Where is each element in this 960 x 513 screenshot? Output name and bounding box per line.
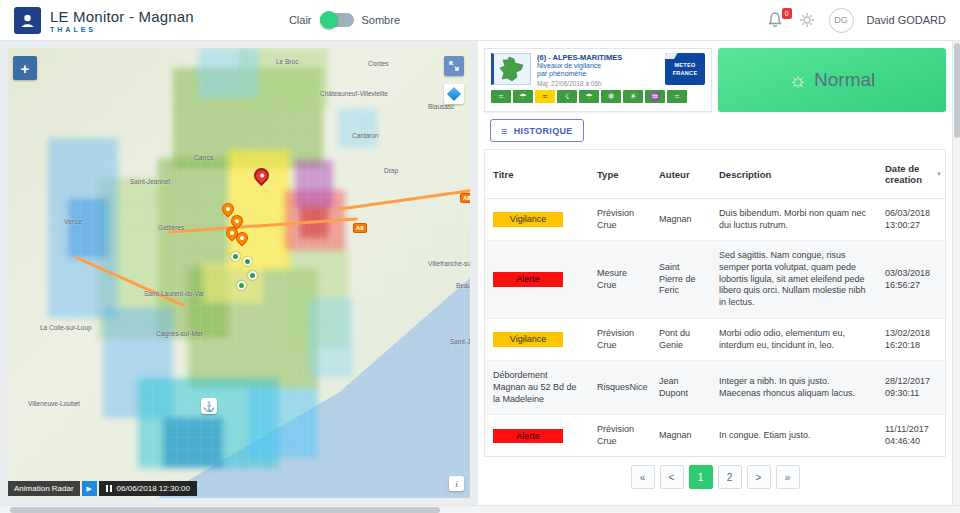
page-button-»[interactable]: »: [776, 465, 800, 489]
page-button-1[interactable]: 1: [689, 465, 713, 489]
column-header-label: Type: [597, 169, 618, 180]
column-header-label: Date de creation: [885, 163, 922, 185]
table-row[interactable]: AlerteMesure CrueSaint Pierre de FericSe…: [485, 241, 946, 318]
map-pin-red[interactable]: [251, 165, 272, 186]
cell-titre: Alerte: [485, 241, 589, 318]
cell-description: Sed sagittis. Nam congue, risus semper p…: [711, 241, 877, 318]
page-button-<[interactable]: <: [660, 465, 684, 489]
cell-titre: Débordement Magnan au 52 Bd de la Madele…: [485, 361, 589, 415]
toggle-knob[interactable]: [320, 11, 338, 29]
column-header[interactable]: Auteur: [651, 150, 711, 199]
cell-description: Integer a nibh. In quis justo. Maecenas …: [711, 361, 877, 415]
play-button[interactable]: ▶: [82, 481, 97, 496]
map-pins: ⚓: [8, 48, 470, 498]
app-root: LE Monitor - Magnan THALES Clair Sombre …: [0, 0, 960, 513]
fullscreen-button[interactable]: [444, 56, 464, 76]
cell-type: Prévision Crue: [589, 199, 651, 241]
layers-button[interactable]: [444, 84, 464, 104]
history-table-body: VigilancePrévision CrueMagnanDuis bibend…: [485, 199, 946, 458]
meteo-france-text-1: METEO: [674, 62, 695, 68]
theme-toggle-group: Clair Sombre: [289, 13, 400, 27]
table-row[interactable]: VigilancePrévision CruePont du GenieMorb…: [485, 318, 946, 360]
vigilance-icon-row: ≈☂≈☇☂❄☀♒≈: [491, 90, 705, 103]
meteo-france-text-2: FRANCE: [673, 70, 698, 76]
map-pin-green[interactable]: [248, 271, 257, 280]
france-map-icon: [491, 53, 531, 85]
cell-description: Morbi odio odio, elementum eu, interdum …: [711, 318, 877, 360]
map-pin-green[interactable]: [231, 252, 240, 261]
map-pin-green[interactable]: [243, 257, 252, 266]
pause-button[interactable]: [106, 485, 112, 492]
cell-auteur: Saint Pierre de Feric: [651, 241, 711, 318]
cell-description: Duis bibendum. Morbi non quam nec dui lu…: [711, 199, 877, 241]
toggle-label-sombre: Sombre: [362, 14, 401, 26]
vigilance-card[interactable]: (6) - ALPES-MARITIMES Niveaux de vigilan…: [484, 48, 712, 112]
cell-type: Prévision Crue: [589, 415, 651, 457]
column-header[interactable]: Type: [589, 150, 651, 199]
column-header[interactable]: Titre: [485, 150, 589, 199]
page-button-«[interactable]: «: [631, 465, 655, 489]
radar-animation-bar: Animation Radar ▶ 06/06/2018 12:30:00: [8, 481, 197, 496]
map-pin-green[interactable]: [237, 281, 246, 290]
header-actions: 0 DG David GODARD: [767, 8, 946, 33]
historique-label: HISTORIQUE: [514, 126, 573, 136]
cell-date: 11/11/2017 04:46:40: [877, 415, 946, 457]
cell-titre: Vigilance: [485, 199, 589, 241]
layers-diamond-icon: [447, 87, 461, 101]
settings-button[interactable]: [798, 11, 816, 29]
column-header-label: Description: [719, 169, 771, 180]
table-row[interactable]: Débordement Magnan au 52 Bd de la Madele…: [485, 361, 946, 415]
user-name[interactable]: David GODARD: [867, 14, 946, 26]
cell-auteur: Magnan: [651, 415, 711, 457]
horizontal-scrollbar-thumb[interactable]: [10, 507, 440, 513]
map-info-button[interactable]: i: [449, 476, 464, 491]
history-table-wrap: TitreTypeAuteurDescriptionDate de creati…: [484, 149, 946, 457]
historique-button[interactable]: ≡ HISTORIQUE: [490, 119, 584, 142]
cell-auteur: Magnan: [651, 199, 711, 241]
notifications-button[interactable]: 0: [767, 11, 785, 29]
zoom-in-button[interactable]: +: [13, 56, 37, 80]
vigilance-subtitle-1: Niveaux de vigilance: [537, 62, 659, 70]
severity-badge: Alerte: [493, 272, 563, 287]
page-button->[interactable]: >: [747, 465, 771, 489]
table-row[interactable]: VigilancePrévision CrueMagnanDuis bibend…: [485, 199, 946, 241]
vigilance-subtitle-2: par phénomène: [537, 70, 659, 78]
vigilance-card-top: (6) - ALPES-MARITIMES Niveaux de vigilan…: [491, 53, 705, 87]
vertical-scrollbar-thumb[interactable]: [954, 43, 960, 138]
table-row[interactable]: AlertePrévision CrueMagnanIn congue. Eti…: [485, 415, 946, 457]
right-panel: (6) - ALPES-MARITIMES Niveaux de vigilan…: [478, 41, 952, 505]
severity-badge: Vigilance: [493, 212, 563, 227]
cell-date: 06/03/2018 13:00:27: [877, 199, 946, 241]
vertical-scrollbar[interactable]: [952, 41, 960, 505]
theme-toggle[interactable]: [320, 13, 354, 27]
page-button-2[interactable]: 2: [718, 465, 742, 489]
station-marker[interactable]: ⚓: [201, 398, 217, 414]
column-header[interactable]: Date de creation▼: [877, 150, 946, 199]
cell-date: 03/03/2018 16:56:27: [877, 241, 946, 318]
title-block: LE Monitor - Magnan THALES: [50, 8, 194, 33]
horizontal-scrollbar[interactable]: [0, 505, 960, 513]
gear-icon: [799, 12, 815, 28]
flood-icon: ♒: [645, 90, 665, 103]
header: LE Monitor - Magnan THALES Clair Sombre …: [0, 0, 960, 41]
cell-auteur: Jean Dupont: [651, 361, 711, 415]
rain-flood-icon: ☂: [513, 90, 533, 103]
sort-caret-icon[interactable]: ▼: [936, 171, 942, 177]
animation-radar-label: Animation Radar: [8, 481, 80, 496]
severity-badge: Vigilance: [493, 332, 563, 347]
cell-titre: Vigilance: [485, 318, 589, 360]
map[interactable]: Le BrocContesBlausascChâteauneuf-Villevi…: [8, 48, 470, 498]
thunderstorm-icon: ☇: [557, 90, 577, 103]
cell-titre: Alerte: [485, 415, 589, 457]
status-card: ☼ Normal: [718, 48, 946, 112]
wind-icon: ≈: [491, 90, 511, 103]
animation-time-box: 06/06/2018 12:30:00: [99, 481, 197, 496]
pagination: «<12>»: [478, 465, 952, 489]
vigilance-title: (6) - ALPES-MARITIMES: [537, 53, 659, 62]
column-header[interactable]: Description: [711, 150, 877, 199]
vigilance-updated: Maj: 22/06/2018 à 06h: [537, 80, 659, 87]
cell-description: In congue. Etiam justo.: [711, 415, 877, 457]
avatar[interactable]: DG: [829, 8, 854, 33]
status-label: Normal: [814, 69, 875, 91]
notification-badge: 0: [782, 8, 792, 19]
